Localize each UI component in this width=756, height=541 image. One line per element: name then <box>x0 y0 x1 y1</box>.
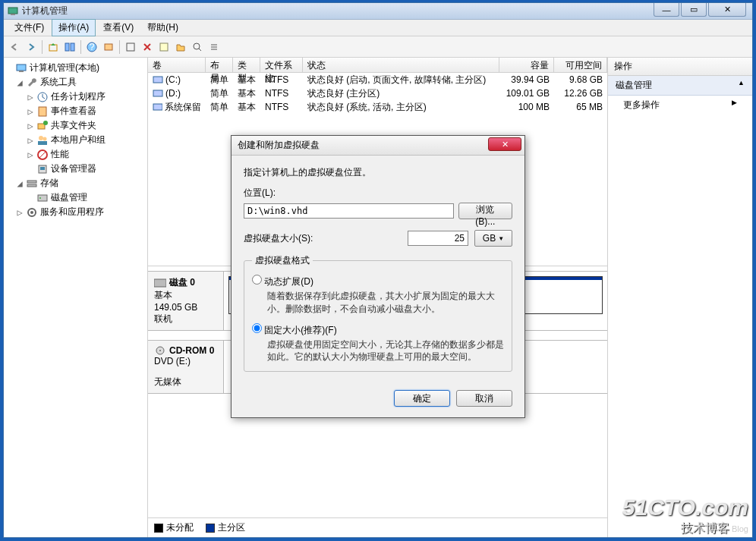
legend-bar: 未分配 主分区 <box>148 517 607 537</box>
svg-rect-9 <box>160 43 168 51</box>
svg-rect-2 <box>49 45 57 51</box>
svg-line-25 <box>39 152 46 158</box>
svg-rect-29 <box>27 184 36 187</box>
toolbar: ? <box>4 36 752 58</box>
disk-0-title: 磁盘 0 <box>169 276 195 289</box>
dialog-title: 创建和附加虚拟硬盘 <box>232 136 524 156</box>
properties-icon[interactable] <box>156 39 172 55</box>
titlebar: 计算机管理 — ▭ ✕ <box>4 3 752 20</box>
menu-action[interactable]: 操作(A) <box>52 19 96 36</box>
svg-rect-0 <box>8 8 17 14</box>
svg-point-21 <box>39 136 43 140</box>
create-vhd-dialog: 创建和附加虚拟硬盘 ✕ 指定计算机上的虚拟硬盘位置。 位置(L): 浏览(B).… <box>231 135 525 418</box>
svg-rect-36 <box>153 104 162 110</box>
svg-point-22 <box>43 137 47 140</box>
svg-rect-16 <box>19 71 24 72</box>
svg-point-33 <box>30 211 33 214</box>
fixed-radio[interactable]: 固定大小(推荐)(F) <box>252 325 337 335</box>
volume-row[interactable]: (D:)简单基本NTFS状态良好 (主分区)109.01 GB12.26 GB <box>148 86 607 100</box>
svg-point-31 <box>39 197 41 199</box>
svg-rect-18 <box>39 107 46 116</box>
fixed-desc: 虚拟硬盘使用固定空间大小，无论其上存储的数据多少都是如此。它的默认大小为物理硬盘… <box>267 338 504 364</box>
minimize-button[interactable]: — <box>654 3 679 17</box>
menu-view[interactable]: 查看(V) <box>97 20 140 36</box>
tree-node-3[interactable]: ▷事件查看器 <box>5 104 146 118</box>
forward-button[interactable] <box>24 39 39 55</box>
cdrom-title: CD-ROM 0 <box>169 345 214 356</box>
search-icon[interactable] <box>190 39 205 55</box>
tree-node-2[interactable]: ▷任务计划程序 <box>5 90 146 104</box>
refresh-button[interactable] <box>101 39 116 55</box>
svg-rect-23 <box>38 141 47 145</box>
tree-node-9[interactable]: 磁盘管理 <box>5 190 146 205</box>
watermark: 51CTO.com 技术博客 Blog <box>622 495 748 536</box>
nav-tree[interactable]: 计算机管理(本地)◢系统工具▷任务计划程序▷事件查看器▷共享文件夹▷本地用户和组… <box>4 58 148 537</box>
ok-button[interactable]: 确定 <box>394 390 450 407</box>
list-icon[interactable] <box>206 39 222 55</box>
size-input[interactable] <box>408 231 468 246</box>
tree-node-1[interactable]: ◢系统工具 <box>5 75 146 90</box>
svg-rect-15 <box>17 64 26 71</box>
svg-text:?: ? <box>90 42 95 52</box>
size-unit-select[interactable]: GB▼ <box>474 230 512 247</box>
folder-icon[interactable] <box>173 39 188 55</box>
svg-rect-8 <box>127 43 134 51</box>
actions-more[interactable]: 更多操作▶ <box>608 96 752 115</box>
app-icon <box>7 5 19 17</box>
svg-rect-3 <box>65 43 69 51</box>
svg-point-10 <box>194 43 200 49</box>
window-title: 计算机管理 <box>22 5 749 17</box>
menubar: 文件(F) 操作(A) 查看(V) 帮助(H) <box>4 20 752 36</box>
location-input[interactable] <box>244 203 454 219</box>
cancel-button[interactable]: 取消 <box>456 390 512 407</box>
tree-node-8[interactable]: ◢存储 <box>5 176 146 190</box>
help-button[interactable]: ? <box>84 39 99 55</box>
svg-rect-35 <box>153 90 162 96</box>
svg-rect-30 <box>38 195 47 201</box>
dynamic-desc: 随着数据保存到此虚拟硬盘，其大小扩展为固定的最大大小。删除数据时，不会自动减小磁… <box>267 290 504 316</box>
menu-help[interactable]: 帮助(H) <box>141 20 184 36</box>
tree-node-10[interactable]: ▷服务和应用程序 <box>5 205 146 219</box>
svg-rect-34 <box>153 77 162 83</box>
close-button[interactable]: ✕ <box>708 3 746 17</box>
svg-rect-27 <box>40 167 45 170</box>
tool-icon-1[interactable] <box>123 39 138 55</box>
format-fieldset: 虚拟硬盘格式 动态扩展(D) 随着数据保存到此虚拟硬盘，其大小扩展为固定的最大大… <box>244 254 512 372</box>
tree-node-5[interactable]: ▷本地用户和组 <box>5 133 146 147</box>
actions-pane: 操作 磁盘管理▲ 更多操作▶ <box>608 58 752 537</box>
actions-header: 操作 <box>608 58 752 76</box>
svg-rect-37 <box>154 279 166 287</box>
back-button[interactable] <box>7 39 22 55</box>
svg-point-20 <box>43 121 48 125</box>
svg-rect-19 <box>38 124 45 129</box>
volume-row[interactable]: (C:)简单基本NTFS状态良好 (启动, 页面文件, 故障转储, 主分区)39… <box>148 73 607 86</box>
view-panes-button[interactable] <box>62 39 77 55</box>
format-legend: 虚拟硬盘格式 <box>252 254 313 267</box>
volumes-header: 卷 布局 类型 文件系统 状态 容量 可用空间 <box>148 58 607 73</box>
tree-node-4[interactable]: ▷共享文件夹 <box>5 118 146 133</box>
up-button[interactable] <box>46 39 61 55</box>
maximize-button[interactable]: ▭ <box>681 3 707 17</box>
svg-rect-4 <box>71 43 74 51</box>
svg-line-11 <box>199 49 201 51</box>
delete-icon[interactable] <box>140 39 155 55</box>
svg-rect-7 <box>105 44 112 50</box>
svg-point-39 <box>159 350 161 351</box>
dialog-close-button[interactable]: ✕ <box>488 137 521 151</box>
svg-rect-1 <box>11 14 15 15</box>
menu-file[interactable]: 文件(F) <box>8 20 50 36</box>
dynamic-radio[interactable]: 动态扩展(D) <box>252 276 313 287</box>
svg-rect-28 <box>27 181 36 183</box>
actions-section-disk[interactable]: 磁盘管理▲ <box>608 76 752 96</box>
volume-row[interactable]: 系统保留简单基本NTFS状态良好 (系统, 活动, 主分区)100 MB65 M… <box>148 100 607 114</box>
size-label: 虚拟硬盘大小(S): <box>244 232 402 245</box>
tree-node-7[interactable]: 设备管理器 <box>5 162 146 176</box>
tree-node-0[interactable]: 计算机管理(本地) <box>5 61 146 75</box>
dialog-instruction: 指定计算机上的虚拟硬盘位置。 <box>244 166 512 179</box>
browse-button[interactable]: 浏览(B)... <box>458 203 512 219</box>
tree-node-6[interactable]: ▷性能 <box>5 147 146 162</box>
location-label: 位置(L): <box>244 187 512 200</box>
